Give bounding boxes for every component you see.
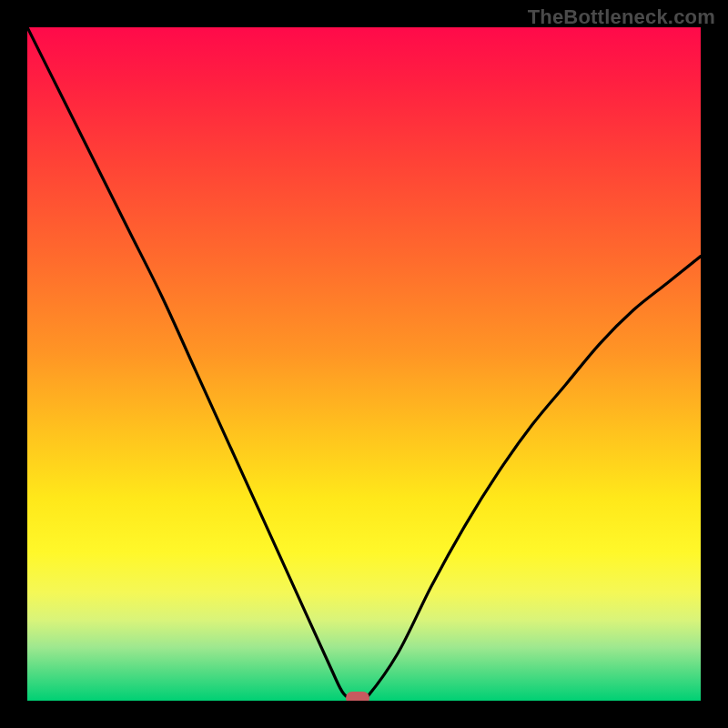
bottleneck-curve: [27, 27, 701, 701]
chart-frame: TheBottleneck.com: [0, 0, 728, 728]
plot-area: [27, 27, 701, 701]
watermark-text: TheBottleneck.com: [528, 5, 715, 29]
optimal-marker: [346, 692, 369, 701]
